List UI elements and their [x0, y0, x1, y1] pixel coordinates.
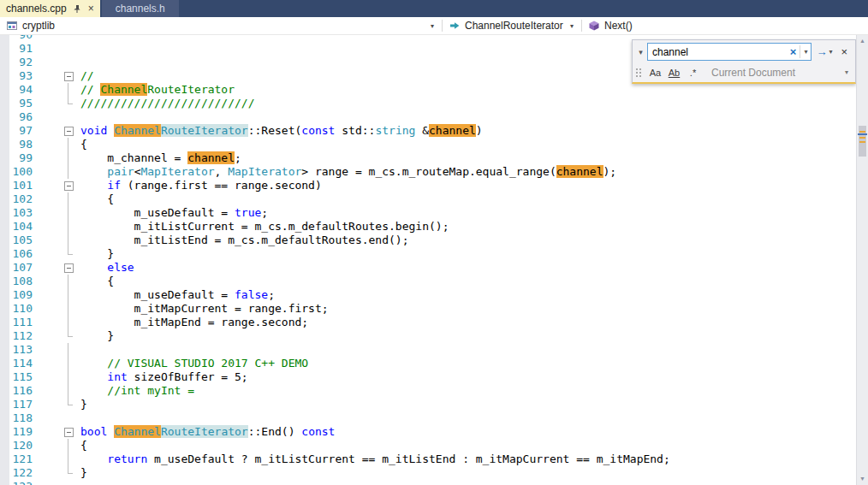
- code-line[interactable]: 106 }: [0, 247, 856, 261]
- code-line[interactable]: 112 }: [0, 329, 856, 343]
- line-number: 116: [0, 384, 39, 398]
- code-line[interactable]: 105 m_itListEnd = m_cs.m_defaultRoutes.e…: [0, 234, 856, 247]
- close-icon[interactable]: ×: [88, 3, 94, 14]
- line-number: 99: [0, 151, 39, 165]
- tab-label: channels.h: [116, 3, 165, 15]
- expand-to-replace-icon[interactable]: ▾: [634, 48, 647, 56]
- outline-margin: [62, 220, 75, 234]
- member-dropdown[interactable]: Next(): [582, 17, 636, 34]
- code-line[interactable]: 123: [0, 480, 856, 485]
- code-line[interactable]: 113: [0, 343, 856, 357]
- line-number: 110: [0, 302, 39, 316]
- code-line[interactable]: 114 // VISUAL STUDIO 2017 C++ DEMO: [0, 357, 856, 370]
- code-text: m_itListCurrent = m_cs.m_defaultRoutes.b…: [75, 220, 449, 234]
- line-number: 104: [0, 220, 39, 234]
- outline-margin: [62, 165, 75, 179]
- code-line[interactable]: 109 m_useDefault = false;: [0, 288, 856, 302]
- scroll-up-icon[interactable]: ▲: [857, 35, 868, 47]
- code-line[interactable]: 117}: [0, 398, 856, 411]
- outline-margin: [62, 452, 75, 466]
- line-number: 120: [0, 439, 39, 452]
- code-line[interactable]: 111 m_itMapEnd = range.second;: [0, 316, 856, 329]
- outline-collapse-icon[interactable]: [62, 124, 75, 138]
- regex-button[interactable]: .*: [684, 64, 702, 80]
- outline-margin: [62, 56, 75, 69]
- line-number: 91: [0, 42, 39, 56]
- search-input[interactable]: channel: [652, 46, 787, 58]
- code-line[interactable]: 101 if (range.first == range.second): [0, 179, 856, 192]
- clear-search-icon[interactable]: ×: [787, 45, 800, 58]
- line-number: 103: [0, 206, 39, 220]
- outline-margin: [62, 234, 75, 247]
- class-icon: [449, 20, 461, 32]
- close-find-icon[interactable]: ×: [836, 45, 852, 58]
- outline-collapse-icon[interactable]: [62, 261, 75, 275]
- code-line[interactable]: 115 int sizeOfBuffer = 5;: [0, 370, 856, 384]
- code-text: [75, 343, 80, 357]
- code-line[interactable]: 118: [0, 411, 856, 425]
- chevron-down-icon: ▾: [426, 22, 438, 30]
- code-line[interactable]: 108 {: [0, 275, 856, 288]
- outline-margin: [62, 384, 75, 398]
- find-next-button[interactable]: → ▾: [812, 45, 836, 58]
- outline-collapse-icon[interactable]: [62, 425, 75, 439]
- line-number: 123: [0, 480, 39, 485]
- line-number: 112: [0, 329, 39, 343]
- code-line[interactable]: 96: [0, 110, 856, 124]
- code-text: m_useDefault = false;: [75, 288, 275, 302]
- scope-dropdown[interactable]: ChannelRouteIterator ▾: [443, 17, 581, 34]
- code-text: // ChannelRouteIterator: [75, 83, 235, 97]
- caret-position-mark: [858, 133, 867, 135]
- find-search-box[interactable]: channel × ▾: [647, 43, 812, 61]
- project-dropdown[interactable]: cryptlib ▾: [0, 17, 442, 34]
- code-text: void ChannelRouteIterator::Reset(const s…: [75, 124, 483, 138]
- vertical-scrollbar[interactable]: ▲ ▼: [856, 35, 868, 485]
- drag-grip-icon[interactable]: [634, 67, 644, 79]
- outline-collapse-icon[interactable]: [62, 179, 75, 192]
- code-text: pair<MapIterator, MapIterator> range = m…: [75, 165, 616, 179]
- code-line[interactable]: 119bool ChannelRouteIterator::End() cons…: [0, 425, 856, 439]
- line-number: 100: [0, 165, 39, 179]
- code-line[interactable]: 103 m_useDefault = true;: [0, 206, 856, 220]
- code-line[interactable]: 100 pair<MapIterator, MapIterator> range…: [0, 165, 856, 179]
- search-history-chevron-icon[interactable]: ▾: [800, 48, 811, 56]
- tab-channels-cpp[interactable]: channels.cpp ×: [0, 0, 100, 17]
- code-line[interactable]: 107 else: [0, 261, 856, 275]
- tab-channels-h[interactable]: channels.h: [102, 0, 179, 17]
- outline-margin: [62, 192, 75, 206]
- code-text: m_channel = channel;: [75, 151, 241, 165]
- code-line[interactable]: 99 m_channel = channel;: [0, 151, 856, 165]
- search-scope-dropdown[interactable]: Current Document ▾: [703, 67, 852, 79]
- code-line[interactable]: 102 {: [0, 192, 856, 206]
- code-line[interactable]: 110 m_itMapCurrent = range.first;: [0, 302, 856, 316]
- code-text: return m_useDefault ? m_itListCurrent ==…: [75, 452, 670, 466]
- code-line[interactable]: 120{: [0, 439, 856, 452]
- pin-icon[interactable]: [73, 4, 82, 14]
- search-result-mark: [859, 131, 865, 133]
- member-name: Next(): [604, 20, 633, 32]
- outline-margin: [62, 110, 75, 124]
- line-number: 115: [0, 370, 39, 384]
- code-line[interactable]: 121 return m_useDefault ? m_itListCurren…: [0, 452, 856, 466]
- line-number: 109: [0, 288, 39, 302]
- match-case-button[interactable]: Aa: [646, 64, 664, 80]
- line-number: 90: [0, 35, 39, 42]
- line-number: 113: [0, 343, 39, 357]
- outline-margin: [62, 138, 75, 151]
- code-line[interactable]: 97void ChannelRouteIterator::Reset(const…: [0, 124, 856, 138]
- code-line[interactable]: 98{: [0, 138, 856, 151]
- code-text: //////////////////////////: [75, 97, 255, 110]
- code-line[interactable]: 116 //int myInt =: [0, 384, 856, 398]
- code-text: m_useDefault = true;: [75, 206, 268, 220]
- code-line[interactable]: 95//////////////////////////: [0, 97, 856, 110]
- scroll-down-icon[interactable]: ▼: [857, 473, 868, 485]
- code-line[interactable]: 104 m_itListCurrent = m_cs.m_defaultRout…: [0, 220, 856, 234]
- code-area[interactable]: 90919293//94// ChannelRouteIterator95///…: [0, 35, 856, 485]
- code-text: [75, 56, 80, 69]
- code-editor[interactable]: 90919293//94// ChannelRouteIterator95///…: [0, 35, 868, 485]
- code-line[interactable]: 94// ChannelRouteIterator: [0, 83, 856, 97]
- code-line[interactable]: 122}: [0, 466, 856, 480]
- code-text: [75, 411, 80, 425]
- whole-word-button[interactable]: Ab: [665, 64, 683, 80]
- outline-collapse-icon[interactable]: [62, 69, 75, 83]
